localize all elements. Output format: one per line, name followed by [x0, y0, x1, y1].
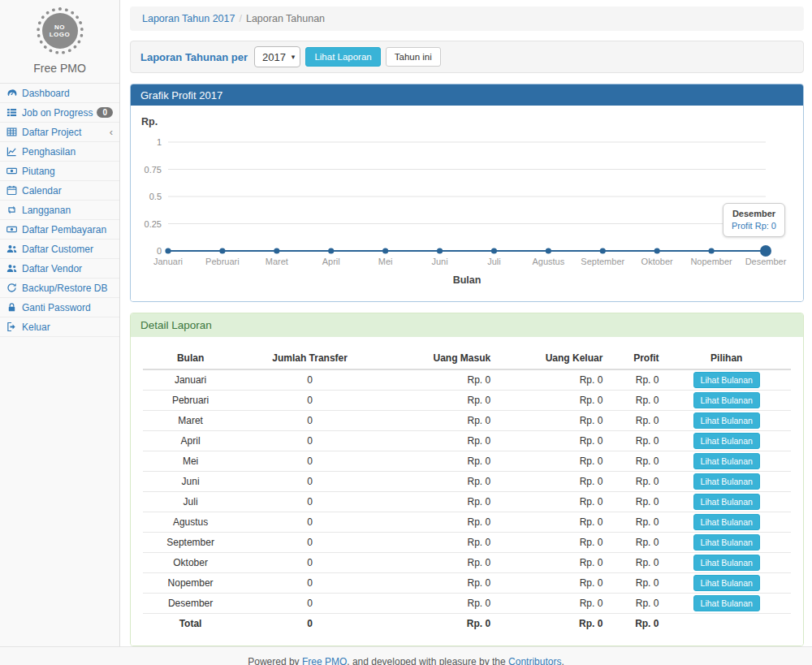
logo-text-line1: NO [54, 24, 65, 31]
sidebar-item-label: Calendar [22, 185, 62, 196]
lihat-bulanan-button[interactable]: Lihat Bulanan [693, 534, 760, 551]
cell-bulan: Oktober [143, 553, 238, 573]
sidebar-item-daftar-vendor[interactable]: Daftar Vendor [0, 259, 119, 279]
cell-profit: Rp. 0 [606, 573, 662, 594]
sidebar-item-label: Dashboard [22, 88, 70, 99]
cell-pilihan: Lihat Bulanan [662, 553, 791, 573]
svg-text:0.25: 0.25 [145, 219, 162, 229]
lihat-bulanan-button[interactable]: Lihat Bulanan [693, 412, 760, 429]
sidebar-item-ganti-password[interactable]: Ganti Password [0, 298, 119, 317]
column-header-bulan: Bulan [143, 348, 238, 369]
cell-profit: Rp. 0 [606, 411, 662, 431]
sidebar-item-daftar-project[interactable]: Daftar Project‹ [0, 123, 119, 142]
dashboard-icon [6, 88, 18, 99]
svg-text:Desember: Desember [745, 257, 787, 266]
svg-text:Mei: Mei [378, 257, 393, 266]
lihat-bulanan-button[interactable]: Lihat Bulanan [693, 514, 760, 530]
column-header-pilihan: Pilihan [662, 348, 791, 369]
cell-uang_keluar: Rp. 0 [494, 431, 606, 451]
sign-out-icon [6, 322, 18, 333]
cell-uang_masuk: Rp. 0 [382, 553, 494, 573]
column-header-profit: Profit [606, 348, 662, 369]
sidebar-item-calendar[interactable]: Calendar [0, 181, 119, 201]
sidebar-item-dashboard[interactable]: Dashboard [0, 84, 119, 103]
sidebar-item-label: Penghasilan [22, 146, 76, 158]
cell-jumlah_transfer: 0 [238, 472, 382, 492]
svg-text:0.5: 0.5 [149, 192, 162, 201]
breadcrumb: Laporan Tahun 2017/Laporan Tahunan [130, 6, 804, 31]
total-pilihan-empty [662, 614, 791, 633]
sidebar-item-keluar[interactable]: Keluar [0, 317, 119, 337]
year-select[interactable]: 2017 ▾ [254, 46, 300, 67]
svg-text:1: 1 [157, 137, 162, 147]
lihat-laporan-button[interactable]: Lihat Laporan [305, 47, 380, 67]
sidebar-item-daftar-pembayaran[interactable]: Daftar Pembayaran [0, 220, 119, 240]
sidebar-item-label: Daftar Project [22, 127, 81, 138]
list-icon [6, 107, 18, 119]
cell-uang_keluar: Rp. 0 [494, 533, 606, 553]
cell-profit: Rp. 0 [606, 594, 662, 614]
chart-panel-title: Grafik Profit 2017 [131, 84, 803, 106]
sidebar-item-daftar-customer[interactable]: Daftar Customer [0, 240, 119, 259]
chevron-left-icon: ‹ [110, 126, 113, 138]
lihat-bulanan-button[interactable]: Lihat Bulanan [693, 555, 760, 571]
main-content: Laporan Tahun 2017/Laporan Tahunan Lapor… [120, 0, 812, 646]
money-icon [6, 166, 18, 177]
sidebar-item-piutang[interactable]: Piutang [0, 162, 119, 181]
lihat-bulanan-button[interactable]: Lihat Bulanan [693, 575, 760, 591]
app-logo: NO LOGO [37, 7, 84, 54]
sidebar-item-penghasilan[interactable]: Penghasilan [0, 142, 119, 162]
cell-pilihan: Lihat Bulanan [662, 594, 791, 614]
footer-freepmo-link[interactable]: Free PMO [302, 656, 347, 665]
tahun-ini-button[interactable]: Tahun ini [386, 47, 441, 67]
cell-uang_masuk: Rp. 0 [382, 472, 494, 492]
cell-bulan: Desember [143, 594, 238, 614]
table-row: Nopember0Rp. 0Rp. 0Rp. 0Lihat Bulanan [143, 573, 791, 594]
cell-uang_keluar: Rp. 0 [494, 391, 606, 411]
lihat-bulanan-button[interactable]: Lihat Bulanan [693, 372, 760, 388]
total-bulan: Total [143, 614, 238, 633]
cell-profit: Rp. 0 [606, 492, 662, 512]
lihat-bulanan-button[interactable]: Lihat Bulanan [693, 473, 760, 490]
cell-jumlah_transfer: 0 [238, 451, 382, 472]
total-jumlah_transfer: 0 [238, 614, 382, 633]
sidebar-item-label: Keluar [22, 322, 50, 333]
svg-text:April: April [322, 257, 340, 266]
detail-report-panel: Detail Laporan BulanJumlah TransferUang … [130, 313, 804, 646]
breadcrumb-link-laporan-tahun[interactable]: Laporan Tahun 2017 [142, 13, 235, 24]
lihat-bulanan-button[interactable]: Lihat Bulanan [693, 494, 760, 510]
lihat-bulanan-button[interactable]: Lihat Bulanan [693, 595, 760, 611]
cell-jumlah_transfer: 0 [238, 533, 382, 553]
logo-text-line2: LOGO [50, 31, 71, 38]
column-header-uang-keluar: Uang Keluar [494, 348, 606, 369]
cell-jumlah_transfer: 0 [238, 512, 382, 533]
cell-uang_keluar: Rp. 0 [494, 512, 606, 533]
footer-contributors-link[interactable]: Contributors [508, 656, 561, 665]
breadcrumb-current: Laporan Tahunan [246, 13, 325, 24]
sidebar-item-job-on-progress[interactable]: Job on Progress0 [0, 103, 119, 123]
cell-pilihan: Lihat Bulanan [662, 391, 791, 411]
lihat-bulanan-button[interactable]: Lihat Bulanan [693, 433, 760, 449]
report-table: BulanJumlah TransferUang MasukUang Kelua… [143, 348, 791, 633]
cell-uang_masuk: Rp. 0 [382, 411, 494, 431]
sidebar-item-label: Daftar Pembayaran [22, 224, 106, 235]
tooltip-profit: Profit Rp: 0 [732, 220, 776, 232]
table-row: Maret0Rp. 0Rp. 0Rp. 0Lihat Bulanan [143, 411, 791, 431]
lihat-bulanan-button[interactable]: Lihat Bulanan [693, 453, 760, 469]
lihat-bulanan-button[interactable]: Lihat Bulanan [693, 392, 760, 408]
table-row: Oktober0Rp. 0Rp. 0Rp. 0Lihat Bulanan [143, 553, 791, 573]
table-row: Januari0Rp. 0Rp. 0Rp. 0Lihat Bulanan [143, 369, 791, 391]
cell-uang_keluar: Rp. 0 [494, 411, 606, 431]
cell-profit: Rp. 0 [606, 391, 662, 411]
svg-text:Juli: Juli [487, 257, 501, 266]
cell-jumlah_transfer: 0 [238, 573, 382, 594]
cell-bulan: Januari [143, 369, 238, 391]
retweet-icon [6, 205, 18, 216]
job-count-badge: 0 [97, 107, 113, 118]
sidebar-item-langganan[interactable]: Langganan [0, 201, 119, 220]
svg-text:Juni: Juni [431, 257, 447, 266]
chart-body: Rp.00.250.50.751JanuariPebruariMaretApri… [131, 106, 803, 301]
cell-pilihan: Lihat Bulanan [662, 512, 791, 533]
sidebar-item-backup-restore-db[interactable]: Backup/Restore DB [0, 279, 119, 298]
cell-jumlah_transfer: 0 [238, 492, 382, 512]
